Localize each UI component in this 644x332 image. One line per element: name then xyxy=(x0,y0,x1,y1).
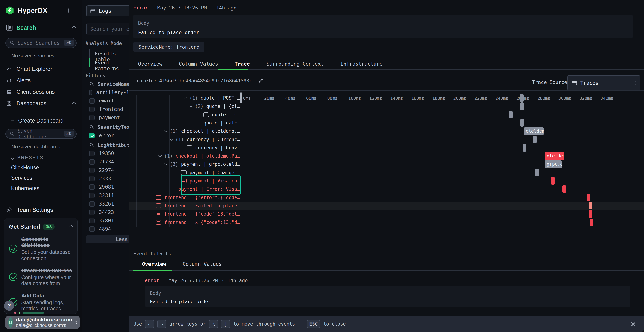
tree-timeline-splitter[interactable] xyxy=(241,92,241,244)
filter-option[interactable]: 22974 xyxy=(82,166,136,174)
checkbox[interactable] xyxy=(89,226,95,232)
collapse-sidebar-icon[interactable] xyxy=(68,8,76,14)
chevron-down-icon[interactable] xyxy=(184,96,187,99)
mode-event-patterns[interactable]: Event Patterns xyxy=(95,60,129,72)
checkbox[interactable] xyxy=(89,115,95,120)
filter-option[interactable]: 19350 xyxy=(82,149,136,158)
checkbox[interactable] xyxy=(89,218,95,224)
chevron-up-icon[interactable] xyxy=(72,26,76,30)
saved-searches-input[interactable]: Saved Searches ⌘K xyxy=(5,38,76,48)
span-duration-bar[interactable] xyxy=(520,94,524,102)
search-icon[interactable] xyxy=(89,82,94,86)
filter-option[interactable]: payment xyxy=(82,114,136,122)
filter-option[interactable]: error xyxy=(82,131,136,140)
k-key[interactable]: k xyxy=(209,320,218,328)
checkbox[interactable] xyxy=(89,106,95,112)
tab-column-values[interactable]: Column Values xyxy=(179,61,218,67)
span-duration-bar[interactable] xyxy=(589,210,592,218)
filter-option[interactable]: 32311 xyxy=(82,191,136,200)
span-duration-bar[interactable] xyxy=(589,202,592,210)
filter-option[interactable]: email xyxy=(82,96,136,105)
arrow-right-key[interactable]: → xyxy=(157,320,166,328)
arrow-left-key[interactable]: ← xyxy=(145,320,154,328)
checkbox[interactable] xyxy=(89,159,95,164)
j-key[interactable]: j xyxy=(221,320,230,328)
esc-key[interactable]: ESC xyxy=(307,320,320,328)
preset-clickhouse[interactable]: ClickHouse xyxy=(0,160,82,171)
help-button[interactable]: ? xyxy=(4,301,14,311)
sidebar-item-chart-explorer[interactable]: Chart Explorer xyxy=(0,63,82,75)
tab-overview[interactable]: Overview xyxy=(142,261,166,267)
get-started-item[interactable]: Create Data SourcesConfigure where your … xyxy=(9,268,73,286)
chevron-down-icon[interactable] xyxy=(189,104,192,107)
service-name-tag[interactable]: ServiceName: frontend xyxy=(134,42,204,52)
tab-infrastructure[interactable]: Infrastructure xyxy=(340,61,383,67)
checkbox[interactable] xyxy=(89,168,95,173)
tab-surrounding-context[interactable]: Surrounding Context xyxy=(266,61,324,67)
span-duration-bar[interactable] xyxy=(520,119,524,127)
sidebar-item-client-sessions[interactable]: Client Sessions xyxy=(0,86,82,98)
checkbox[interactable] xyxy=(89,201,95,206)
chevron-up-icon[interactable] xyxy=(72,102,76,106)
checkbox[interactable] xyxy=(89,193,95,198)
chevron-up-icon[interactable] xyxy=(70,225,74,229)
search-section-header[interactable]: Search xyxy=(0,22,82,33)
span-duration-bar[interactable] xyxy=(590,218,593,226)
chevron-down-icon[interactable] xyxy=(164,129,168,132)
user-menu[interactable]: D dale@clickhouse.com dale@clickhouse.co… xyxy=(5,316,80,329)
presets-toggle[interactable]: PRESETS xyxy=(0,150,82,160)
close-icon[interactable]: × xyxy=(630,317,636,331)
search-icon[interactable] xyxy=(89,125,94,130)
checkbox[interactable] xyxy=(89,98,95,104)
splitter-thumb[interactable] xyxy=(240,92,242,104)
trace-span-row[interactable]: quote | C… xyxy=(203,110,240,119)
chevron-down-icon[interactable] xyxy=(158,154,162,157)
span-duration-bar[interactable]: oteldem xyxy=(524,127,544,135)
chevron-down-icon[interactable] xyxy=(164,162,168,165)
filter-option[interactable]: 4894 xyxy=(82,225,136,233)
span-duration-bar[interactable] xyxy=(520,102,524,110)
span-duration-bar[interactable] xyxy=(551,177,555,184)
tab-column-values[interactable]: Column Values xyxy=(183,261,222,267)
trace-source-select[interactable]: Traces xyxy=(568,75,640,91)
preset-kubernetes[interactable]: Kubernetes xyxy=(0,181,82,192)
span-duration-bar[interactable] xyxy=(533,136,537,143)
filter-option[interactable]: 33261 xyxy=(82,200,136,208)
span-duration-bar[interactable]: grpc.o xyxy=(544,160,562,168)
trace-span-row[interactable]: (1)quote | POST … xyxy=(184,94,240,102)
trace-span-row[interactable]: (2)quote | {cl… xyxy=(190,102,240,110)
trace-span-row[interactable]: frontend | ✕ {"code":13,"d… xyxy=(156,218,240,226)
trace-span-row[interactable]: quote | calc… xyxy=(204,119,240,127)
tab-trace[interactable]: Trace xyxy=(235,61,250,67)
filter-option[interactable]: 34423 xyxy=(82,208,136,216)
checkbox[interactable] xyxy=(89,184,95,190)
filter-option[interactable]: artillery-loa xyxy=(82,88,136,96)
sidebar-item-dashboards[interactable]: Dashboards xyxy=(0,98,82,109)
saved-dashboards-input[interactable]: Saved Dashboards ⌘K xyxy=(5,129,76,139)
trace-span-row[interactable]: currency | Conv… xyxy=(186,144,240,152)
checkbox[interactable] xyxy=(89,90,92,95)
tab-overview[interactable]: Overview xyxy=(138,61,162,67)
get-started-item[interactable]: Add DataStart sending logs, metrics, or … xyxy=(9,293,73,312)
checkbox[interactable] xyxy=(89,133,95,138)
filter-option[interactable]: 2333 xyxy=(82,174,136,183)
span-duration-bar[interactable]: oteldem xyxy=(544,152,564,160)
filter-option[interactable]: 29081 xyxy=(82,183,136,191)
checkbox[interactable] xyxy=(89,151,95,156)
checkbox[interactable] xyxy=(89,176,95,182)
trace-span-row[interactable]: frontend | {"code":13,"det… xyxy=(156,210,240,218)
trace-span-row[interactable]: (1)currency | Currenc… xyxy=(170,136,240,144)
span-duration-bar[interactable] xyxy=(562,185,566,193)
trace-span-row[interactable]: frontend | Failed to place… xyxy=(156,202,240,210)
span-duration-bar[interactable] xyxy=(509,111,512,118)
get-started-item[interactable]: Connect to ClickHouseSet up your databas… xyxy=(9,236,73,261)
sidebar-item-team-settings[interactable]: Team Settings xyxy=(0,204,82,216)
sidebar-item-alerts[interactable]: Alerts xyxy=(0,75,82,86)
trace-span-row[interactable]: (1)checkout | oteldemo.Pa… xyxy=(159,152,240,160)
filter-option[interactable]: 21734 xyxy=(82,158,136,166)
preset-services[interactable]: Services xyxy=(0,171,82,181)
search-icon[interactable] xyxy=(89,142,94,148)
filter-option[interactable]: frontend xyxy=(82,105,136,114)
sidebar-item-search[interactable]: Search xyxy=(16,24,69,31)
trace-span-row[interactable]: (3)payment | grpc.oteld… xyxy=(164,160,240,168)
